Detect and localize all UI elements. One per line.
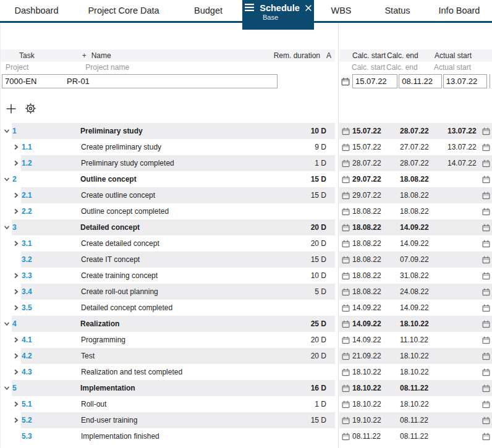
calendar-icon[interactable]: [482, 320, 490, 328]
chevron-down-icon[interactable]: [1, 171, 12, 187]
chevron-down-icon[interactable]: [1, 219, 12, 235]
calendar-icon[interactable]: [482, 127, 490, 135]
calendar-icon[interactable]: [339, 272, 352, 280]
calendar-icon[interactable]: [482, 336, 490, 344]
calendar-icon[interactable]: [339, 336, 352, 344]
task-row[interactable]: 4.1 Programming 20 D 14.09.22 11.10.22: [1, 332, 492, 348]
calendar-icon[interactable]: [482, 304, 490, 312]
chevron-right-icon[interactable]: [1, 139, 21, 155]
tab-project-core-data[interactable]: Project Core Data: [73, 0, 174, 21]
calendar-icon[interactable]: [482, 400, 490, 408]
chevron-right-icon[interactable]: [1, 155, 21, 171]
calendar-icon[interactable]: [482, 159, 490, 167]
calendar-icon[interactable]: [482, 256, 490, 264]
settings-button[interactable]: [24, 102, 37, 117]
chevron-right-icon[interactable]: [1, 268, 21, 284]
actual-start-input[interactable]: [444, 77, 486, 86]
task-row[interactable]: 2.2 Outline concept completed 18.08.22 1…: [1, 203, 492, 219]
tab-status[interactable]: Status: [368, 0, 426, 21]
col-rem-duration[interactable]: Rem. duration: [274, 51, 320, 60]
chevron-down-icon[interactable]: [1, 123, 12, 139]
calendar-icon[interactable]: [482, 368, 490, 376]
calendar-icon[interactable]: [339, 208, 352, 216]
calendar-icon[interactable]: [339, 384, 352, 392]
chevron-right-icon[interactable]: [1, 235, 21, 251]
task-row[interactable]: 3.4 Create roll-out planning 5 D 18.08.2…: [1, 284, 492, 300]
chevron-right-icon[interactable]: [1, 332, 21, 348]
calendar-icon[interactable]: [339, 400, 352, 408]
task-row[interactable]: 4.2 Test 20 D 21.09.22 18.10.22: [1, 348, 492, 364]
task-row[interactable]: 3.5 Detailed concept completed 14.09.22 …: [1, 300, 492, 316]
task-input[interactable]: [2, 75, 64, 88]
calendar-icon[interactable]: [482, 433, 490, 441]
calendar-icon[interactable]: [339, 175, 352, 184]
task-row[interactable]: 3 Detailed concept 20 D 18.08.22 14.09.2…: [1, 219, 492, 235]
calendar-icon[interactable]: [339, 288, 352, 296]
task-row[interactable]: 5.1 Roll-out 1 D 18.10.22 18.10.22: [1, 396, 492, 412]
calendar-icon[interactable]: [482, 416, 490, 425]
calendar-icon[interactable]: [341, 77, 350, 86]
calendar-icon[interactable]: [482, 175, 490, 184]
chevron-right-icon[interactable]: [1, 412, 21, 428]
chevron-right-icon[interactable]: [1, 203, 21, 219]
chevron-right-icon[interactable]: [1, 348, 21, 364]
add-column-icon[interactable]: +: [82, 51, 87, 60]
calendar-icon[interactable]: [339, 240, 352, 248]
task-row[interactable]: 1.1 Create preliminary study 9 D 15.07.2…: [1, 139, 492, 155]
task-row[interactable]: 5.2 End-user training 15 D 19.10.22 08.1…: [1, 412, 492, 428]
calendar-icon[interactable]: [482, 352, 490, 360]
tab-schedule[interactable]: Schedule Base: [242, 0, 314, 30]
calendar-icon[interactable]: [339, 304, 352, 312]
task-row[interactable]: 3.1 Create detailed concept 20 D 18.08.2…: [1, 235, 492, 251]
calendar-icon[interactable]: [482, 272, 490, 280]
calendar-icon[interactable]: [339, 320, 352, 328]
add-task-button[interactable]: [6, 103, 17, 116]
calendar-icon[interactable]: [482, 143, 490, 151]
task-row[interactable]: 4.3 Realization and test completed 18.10…: [1, 364, 492, 380]
task-row[interactable]: 2.1 Create outline concept 15 D 29.07.22…: [1, 187, 492, 203]
calendar-icon[interactable]: [482, 288, 490, 296]
calendar-icon[interactable]: [339, 352, 352, 360]
task-row[interactable]: 3.2 Create IT concept 15 D 18.08.22 07.0…: [1, 251, 492, 268]
calendar-icon[interactable]: [482, 224, 490, 232]
col-a[interactable]: A: [326, 51, 335, 60]
calendar-icon[interactable]: [339, 224, 352, 232]
project-name-input[interactable]: [64, 75, 277, 88]
calendar-icon[interactable]: [339, 127, 352, 135]
task-row[interactable]: 5.3 Implementation finished 08.11.22 08.…: [1, 428, 492, 444]
task-row[interactable]: 1 Preliminary study 10 D 15.07.22 28.07.…: [1, 123, 492, 139]
col-calc-start[interactable]: Calc. start: [339, 51, 387, 60]
calendar-icon[interactable]: [339, 433, 352, 441]
task-row[interactable]: 2 Outline concept 15 D 29.07.22 18.08.22: [1, 171, 492, 187]
calc-end-input[interactable]: [399, 77, 441, 86]
calendar-icon[interactable]: [339, 416, 352, 425]
chevron-down-icon[interactable]: [1, 380, 12, 396]
task-row[interactable]: 4 Realization 25 D 14.09.22 18.10.22: [1, 316, 492, 332]
chevron-right-icon[interactable]: [1, 300, 21, 316]
col-actual-start[interactable]: Actual start: [435, 51, 482, 60]
calendar-icon[interactable]: [339, 256, 352, 264]
calendar-icon[interactable]: [482, 240, 490, 248]
chevron-right-icon[interactable]: [1, 187, 21, 203]
tab-budget[interactable]: Budget: [174, 0, 242, 21]
chevron-down-icon[interactable]: [1, 316, 12, 332]
calc-start-input[interactable]: [353, 77, 397, 86]
chevron-right-icon[interactable]: [1, 364, 21, 380]
calendar-icon[interactable]: [339, 368, 352, 376]
tab-dashboard[interactable]: Dashboard: [0, 0, 73, 21]
calendar-icon[interactable]: [482, 192, 490, 200]
calendar-icon[interactable]: [339, 143, 352, 151]
calendar-icon[interactable]: [339, 159, 352, 167]
calendar-icon[interactable]: [482, 384, 490, 392]
tab-wbs[interactable]: WBS: [314, 0, 368, 21]
task-row[interactable]: 1.2 Preliminary study completed 1 D 28.0…: [1, 155, 492, 171]
task-row[interactable]: 3.3 Create training concept 10 D 18.08.2…: [1, 268, 492, 284]
hamburger-icon[interactable]: [245, 3, 254, 13]
close-icon[interactable]: [305, 3, 312, 13]
task-row[interactable]: 5 Implementation 16 D 18.10.22 08.11.22: [1, 380, 492, 396]
col-task[interactable]: Task: [19, 51, 35, 60]
chevron-right-icon[interactable]: [1, 284, 21, 300]
tab-info-board[interactable]: Info Board: [426, 0, 492, 21]
col-name[interactable]: Name: [91, 51, 111, 60]
calendar-icon[interactable]: [339, 192, 352, 200]
